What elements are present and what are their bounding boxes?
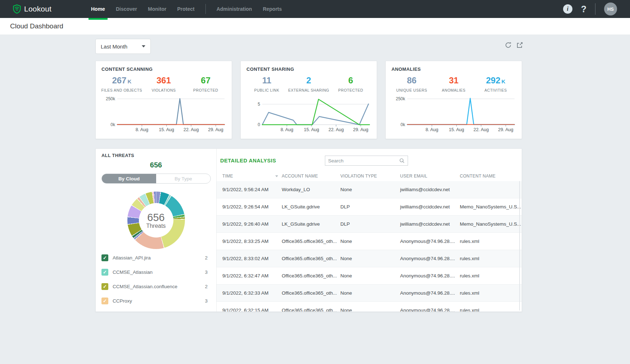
svg-text:250k: 250k xyxy=(396,96,405,101)
legend-item[interactable]: ✓CCMSE_Atlassian3 xyxy=(101,265,210,279)
toggle-by-type[interactable]: By Type xyxy=(156,174,210,183)
legend-item[interactable]: ✓Atlassian_API.jira2 xyxy=(101,250,210,265)
threats-donut-chart[interactable]: 656 Threats xyxy=(127,192,185,249)
nav-items: HomeDiscoverMonitorProtectAdministration… xyxy=(91,0,282,18)
svg-text:29. Aug: 29. Aug xyxy=(208,127,223,132)
svg-text:0k: 0k xyxy=(110,122,115,127)
legend-item[interactable]: ✓CCMSE_Atlassian.confluence2 xyxy=(101,279,210,294)
checked-checkbox-icon[interactable] xyxy=(101,312,108,312)
svg-text:15. Aug: 15. Aug xyxy=(449,127,464,132)
column-header-violation-type[interactable]: VIOLATION TYPE xyxy=(340,174,400,179)
table-cell: DLP xyxy=(340,204,400,209)
threats-legend: ✓Atlassian_API.jira2✓CCMSE_Atlassian3✓CC… xyxy=(101,250,210,312)
nav-item-home[interactable]: Home xyxy=(91,0,105,18)
table-row[interactable]: 9/1/2022, 8:33:02 AMOffice365.office365_… xyxy=(217,250,522,267)
card-stats: 267KFILES AND OBJECTS361VIOLATIONS67PROT… xyxy=(101,75,227,92)
table-row[interactable]: 9/1/2022, 6:32:33 AMOffice365.office365_… xyxy=(217,285,522,302)
all-threats-title: ALL THREATS xyxy=(101,153,210,158)
table-row[interactable]: 9/1/2022, 9:26:54 AMLK_GSuite.gdriveDLPj… xyxy=(217,198,522,216)
checked-checkbox-icon[interactable]: ✓ xyxy=(101,254,108,261)
page-title: Cloud Dashboard xyxy=(10,22,63,30)
table-row[interactable]: 9/1/2022, 6:32:15 AMOffice365.office365_… xyxy=(217,302,522,312)
nav-item-monitor[interactable]: Monitor xyxy=(148,0,166,18)
card-anomalies: ANOMALIES 86UNIQUE USERS31ANOMALIES292KA… xyxy=(385,61,522,139)
help-icon[interactable]: ? xyxy=(581,4,586,14)
content-scanning-chart: 250k0k8. Aug15. Aug22. Aug29. Aug xyxy=(101,94,227,133)
export-button[interactable] xyxy=(515,40,524,50)
threats-total: 656 xyxy=(101,161,210,169)
avatar[interactable]: HS xyxy=(604,3,617,15)
nav-item-discover[interactable]: Discover xyxy=(116,0,137,18)
content-sharing-chart: 508. Aug15. Aug22. Aug29. Aug xyxy=(246,94,372,133)
svg-text:8. Aug: 8. Aug xyxy=(136,127,148,132)
date-range-value: Last Month xyxy=(101,43,127,50)
legend-item[interactable] xyxy=(101,308,210,312)
chevron-down-icon xyxy=(142,45,145,47)
table-cell: rules.xml xyxy=(460,256,522,261)
lookout-logo[interactable]: Lookout xyxy=(13,4,66,14)
title-bar: Cloud Dashboard xyxy=(0,18,630,34)
svg-text:22. Aug: 22. Aug xyxy=(328,127,344,132)
table-cell: None xyxy=(340,256,400,261)
info-icon[interactable]: i xyxy=(563,4,572,14)
search-box xyxy=(325,156,408,166)
table-cell: 9/1/2022, 6:32:15 AM xyxy=(222,308,282,312)
checked-checkbox-icon[interactable]: ✓ xyxy=(101,298,108,304)
column-header-time[interactable]: TIME xyxy=(222,174,282,179)
table-row[interactable]: 9/1/2022, 6:32:47 AMOffice365.office365_… xyxy=(217,267,522,285)
table-cell: Office365.office365_oth... xyxy=(282,290,340,296)
stat-anomalies: 31ANOMALIES xyxy=(433,75,475,92)
dashboard-actions xyxy=(503,40,524,50)
svg-text:15. Aug: 15. Aug xyxy=(304,127,319,132)
table-scrollbar[interactable] xyxy=(519,181,520,310)
svg-text:8. Aug: 8. Aug xyxy=(281,127,293,132)
search-icon xyxy=(399,158,405,163)
legend-item[interactable]: ✓CCProxy3 xyxy=(101,294,210,308)
column-header-content-name[interactable]: CONTENT NAME xyxy=(460,174,522,179)
table-cell: rules.xml xyxy=(460,273,522,278)
svg-text:15. Aug: 15. Aug xyxy=(159,127,174,132)
summary-cards: CONTENT SCANNING 267KFILES AND OBJECTS36… xyxy=(95,61,522,139)
toggle-by-cloud[interactable]: By Cloud xyxy=(102,174,156,183)
checked-checkbox-icon[interactable]: ✓ xyxy=(101,269,108,276)
card-content-sharing: CONTENT SHARING 11PUBLIC LINK2EXTERNAL S… xyxy=(240,61,377,139)
date-range-select[interactable]: Last Month xyxy=(95,39,151,54)
nav-item-administration[interactable]: Administration xyxy=(217,0,252,18)
stat-public-link: 11PUBLIC LINK xyxy=(246,75,288,92)
table-cell: 9/1/2022, 6:32:47 AM xyxy=(222,273,282,278)
search-input[interactable] xyxy=(328,158,399,163)
svg-text:0k: 0k xyxy=(400,122,405,127)
refresh-icon xyxy=(504,41,512,49)
checked-checkbox-icon[interactable]: ✓ xyxy=(101,283,108,290)
stat-protected: 6PROTECTED xyxy=(330,75,372,92)
table-cell: 9/1/2022, 8:33:02 AM xyxy=(222,256,282,261)
stat-files-and-objects: 267KFILES AND OBJECTS xyxy=(101,75,143,92)
table-row[interactable]: 9/1/2022, 8:33:25 AMOffice365.office365_… xyxy=(217,233,522,250)
nav-right-divider xyxy=(595,3,595,15)
shield-logo-icon xyxy=(13,4,21,14)
table-cell: Workday_LO xyxy=(282,187,340,192)
table-cell: Office365.office365_oth... xyxy=(282,256,340,261)
table-row[interactable]: 9/1/2022, 9:26:40 AMLK_GSuite.gdriveDLPj… xyxy=(217,216,522,233)
table-cell: None xyxy=(340,187,400,192)
anomalies-chart: 250k0k8. Aug15. Aug22. Aug29. Aug xyxy=(391,94,517,133)
table-cell: 9/1/2022, 6:32:33 AM xyxy=(222,290,282,296)
table-cell: Anonymous@74.96.28.... xyxy=(400,239,460,244)
table-cell: LK_GSuite.gdrive xyxy=(282,204,340,209)
svg-text:22. Aug: 22. Aug xyxy=(473,127,489,132)
column-header-user-email[interactable]: USER EMAIL xyxy=(400,174,460,179)
table-cell: None xyxy=(340,308,400,312)
card-title: CONTENT SHARING xyxy=(246,66,372,72)
table-cell: jwilliams@ccidcdev.net xyxy=(400,204,460,209)
column-header-account-name[interactable]: ACCOUNT NAME xyxy=(282,174,340,179)
refresh-button[interactable] xyxy=(503,40,513,50)
donut-center-value: 656 xyxy=(147,212,164,224)
svg-text:5: 5 xyxy=(258,102,260,107)
table-cell: Anonymous@74.96.28.... xyxy=(400,308,460,312)
top-nav: Lookout HomeDiscoverMonitorProtectAdmini… xyxy=(0,0,630,18)
table-row[interactable]: 9/1/2022, 9:56:24 AMWorkday_LONonejwilli… xyxy=(217,181,522,198)
nav-item-protect[interactable]: Protect xyxy=(177,0,194,18)
table-cell: 9/1/2022, 9:56:24 AM xyxy=(222,187,282,192)
nav-item-reports[interactable]: Reports xyxy=(263,0,282,18)
brand-name: Lookout xyxy=(24,5,51,13)
